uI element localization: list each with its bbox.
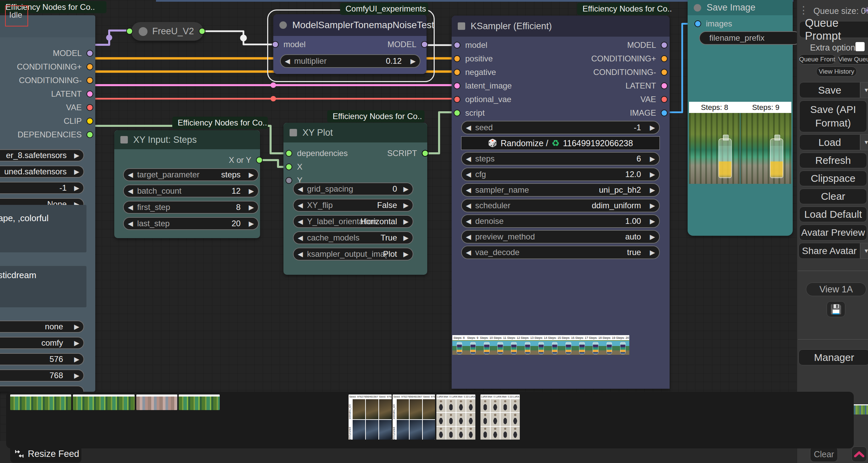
arrow-left-icon[interactable]: ◀ xyxy=(124,203,137,211)
input-dot-icon[interactable] xyxy=(285,163,292,170)
output-dot-icon[interactable] xyxy=(86,63,93,70)
loader-output-port[interactable]: MODEL xyxy=(0,46,93,60)
arrow-left-icon[interactable]: ◀ xyxy=(462,186,475,194)
arrow-left-icon[interactable]: ◀ xyxy=(294,201,307,209)
save-workflow-disk-button[interactable]: 💾 xyxy=(827,301,845,317)
input-dot-icon[interactable] xyxy=(454,82,460,89)
avatar-preview-button[interactable]: Avatar Preview xyxy=(799,225,867,240)
loader-output-port[interactable]: VAE xyxy=(0,101,93,114)
loader-widget[interactable]: er_8.safetensors ▶ xyxy=(0,149,84,161)
save-image-preview-1[interactable] xyxy=(689,113,740,184)
arrow-left-icon[interactable]: ◀ xyxy=(124,187,137,195)
xy-plot-input-port[interactable]: X xyxy=(285,160,348,174)
resize-feed-button[interactable]: Resize Feed xyxy=(10,445,81,463)
output-dot-icon[interactable] xyxy=(86,50,93,57)
arrow-left-icon[interactable]: ◀ xyxy=(462,123,475,132)
arrow-right-icon[interactable]: ▶ xyxy=(70,168,83,176)
arrow-right-icon[interactable]: ▶ xyxy=(646,186,659,194)
seed-widget[interactable]: ◀ seed -1 ▶ xyxy=(461,121,660,134)
arrow-right-icon[interactable]: ▶ xyxy=(399,201,413,209)
arrow-right-icon[interactable]: ▶ xyxy=(245,219,258,228)
output-dot-icon[interactable] xyxy=(661,69,668,76)
output-dot-icon[interactable] xyxy=(422,150,429,157)
collapse-square-icon[interactable] xyxy=(290,129,297,136)
input-dot-icon[interactable] xyxy=(454,110,460,116)
feed-thumbnail[interactable] xyxy=(73,394,135,410)
collapse-dot-icon[interactable] xyxy=(279,21,287,29)
output-dot-icon[interactable] xyxy=(661,110,668,116)
arrow-right-icon[interactable]: ▶ xyxy=(646,170,659,178)
input-dot-icon[interactable] xyxy=(454,96,460,103)
xy-plot-output-port[interactable]: SCRIPT xyxy=(387,147,429,160)
freeu-v2-node[interactable]: FreeU_V2 xyxy=(131,22,203,41)
tonemap-node[interactable]: ModelSamplerTonemapNoiseTest model MODEL… xyxy=(273,14,427,74)
arrow-right-icon[interactable]: ▶ xyxy=(245,203,258,211)
output-dot-icon[interactable] xyxy=(86,104,93,111)
output-dot-icon[interactable] xyxy=(661,55,668,62)
tonemap-titlebar[interactable]: ModelSamplerTonemapNoiseTest xyxy=(273,14,427,36)
loader-widget[interactable]: none ▶ xyxy=(0,321,84,333)
input-dot-icon[interactable] xyxy=(285,150,292,157)
feed-collapse-button[interactable] xyxy=(851,446,867,462)
loader-output-port[interactable]: LATENT xyxy=(0,87,93,101)
drag-handle-icon[interactable]: ⋮ xyxy=(798,4,808,16)
xy-plot-widget[interactable]: ◀ Y_label_orientation Horizontal ▶ xyxy=(293,215,413,228)
loader-output-port[interactable]: CLIP xyxy=(0,114,93,128)
feed-anime-grid[interactable]: Seed: 97627656461567 Seed: 9762765646156… xyxy=(393,394,435,440)
tonemap-output-port[interactable]: MODEL xyxy=(388,38,428,51)
input-dot-icon[interactable] xyxy=(454,69,460,76)
xy-plot-widget[interactable]: ◀ ksampler_output_image Plot ▶ xyxy=(293,248,413,261)
arrow-right-icon[interactable]: ▶ xyxy=(646,248,659,256)
arrow-left-icon[interactable]: ◀ xyxy=(462,217,475,225)
arrow-right-icon[interactable]: ▶ xyxy=(245,171,258,179)
output-dot-icon[interactable] xyxy=(661,96,668,103)
xy-plot-widget[interactable]: ◀ cache_models True ▶ xyxy=(293,231,413,244)
arrow-left-icon[interactable]: ◀ xyxy=(124,219,137,228)
ksampler-widget[interactable]: ◀ cfg 12.0 ▶ xyxy=(461,168,660,181)
ksampler-widget[interactable]: ◀ steps 6 ▶ xyxy=(461,152,660,166)
freeu-output-dot[interactable] xyxy=(199,28,205,35)
ksampler-node[interactable]: KSampler (Efficient) model positive nega… xyxy=(452,16,670,389)
ksampler-input-port[interactable]: optional_vae xyxy=(454,93,512,106)
loader-output-port[interactable]: CONDITIONING+ xyxy=(0,60,93,74)
efficient-loader-node[interactable]: MODEL CONDITIONING+ CONDITIONING- LATENT… xyxy=(0,15,95,392)
negative-prompt-textarea[interactable]: ealisticdream xyxy=(0,266,86,307)
save-image-node[interactable]: Save Image images filename_prefix Steps:… xyxy=(688,0,793,236)
arrow-right-icon[interactable]: ▶ xyxy=(407,57,420,65)
preview-tile[interactable]: Steps: 9 xyxy=(466,335,479,355)
feed-thumbnail[interactable] xyxy=(136,394,177,410)
arrow-right-icon[interactable]: ▶ xyxy=(646,233,659,241)
xy-plot-widget[interactable]: ◀ XY_flip False ▶ xyxy=(293,199,413,212)
loader-widget[interactable]: comfy ▶ xyxy=(0,337,84,349)
feed-thumbnail[interactable] xyxy=(10,394,71,410)
clipspace-button[interactable]: Clipspace xyxy=(799,171,867,186)
refresh-button[interactable]: Refresh xyxy=(799,153,867,168)
arrow-right-icon[interactable]: ▶ xyxy=(245,187,258,195)
loader-widget[interactable]: uned.safetensors ▶ xyxy=(0,166,84,178)
xy-input-node[interactable]: XY Input: Steps X or Y ◀ target_paramete… xyxy=(114,130,260,238)
preview-tile[interactable]: Steps: 20 xyxy=(616,335,629,355)
preview-tile[interactable]: Steps: 19 xyxy=(602,335,616,355)
freeu-input-dot[interactable] xyxy=(126,28,133,35)
ksampler-input-port[interactable]: positive xyxy=(454,52,512,65)
feed-clear-button[interactable]: Clear xyxy=(810,446,838,462)
ksampler-widget[interactable]: ◀ sampler_name uni_pc_bh2 ▶ xyxy=(461,183,660,197)
manager-button[interactable]: Manager xyxy=(798,349,868,365)
arrow-right-icon[interactable]: ▶ xyxy=(70,184,83,192)
output-dot-icon[interactable] xyxy=(86,118,93,124)
ksampler-output-port[interactable]: CONDITIONING- xyxy=(559,65,668,79)
arrow-left-icon[interactable]: ◀ xyxy=(462,233,475,241)
arrow-right-icon[interactable]: ▶ xyxy=(399,234,413,242)
load-default-button[interactable]: Load Default xyxy=(799,207,867,222)
input-dot-icon[interactable] xyxy=(272,41,279,48)
filename-prefix-widget[interactable]: filename_prefix xyxy=(699,31,801,45)
arrow-right-icon[interactable]: ▶ xyxy=(70,371,83,380)
view-queue-button[interactable]: View Queue xyxy=(838,54,868,64)
comfyui-canvas[interactable]: MODEL CONDITIONING+ CONDITIONING- LATENT… xyxy=(0,0,868,463)
xy-plot-input-port[interactable]: dependencies xyxy=(285,147,348,160)
arrow-right-icon[interactable]: ▶ xyxy=(399,217,413,226)
ksampler-widget[interactable]: ◀ scheduler ddim_uniform ▶ xyxy=(461,199,660,212)
share-avatar-dropdown-button[interactable]: ▼ xyxy=(860,243,868,259)
save-image-titlebar[interactable]: Save Image xyxy=(688,0,793,15)
collapse-dot-icon[interactable] xyxy=(694,4,701,12)
